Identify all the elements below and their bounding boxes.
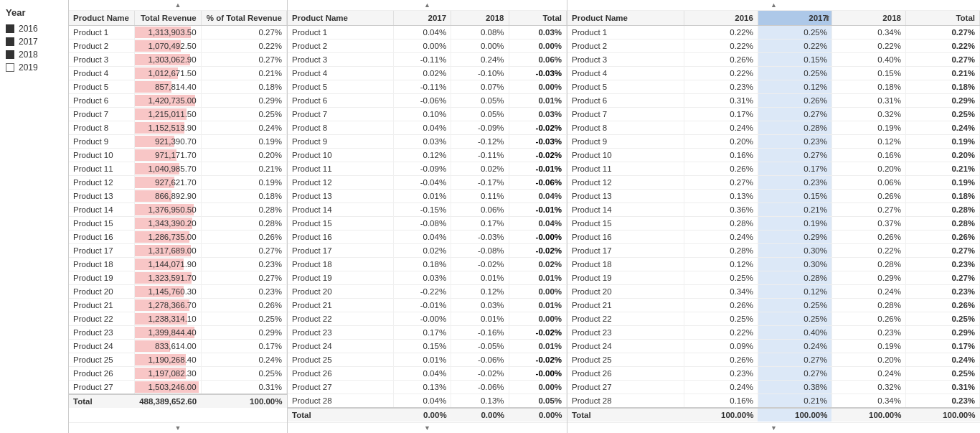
table3-value: 0.24% — [831, 367, 905, 381]
table3-row: Product 240.09%0.24%0.19%0.17% — [567, 340, 980, 353]
table1-product-name: Product 19 — [69, 271, 134, 285]
table3-value: 0.34% — [831, 394, 905, 409]
table2-scroll[interactable]: Product Name20172018TotalProduct 10.04%0… — [288, 11, 567, 422]
table3-value: 0.21% — [905, 162, 979, 176]
table3-value: 0.15% — [831, 67, 905, 80]
table2-up-arrow[interactable]: ▲ — [288, 0, 567, 11]
table1-product-name: Product 15 — [69, 217, 134, 231]
table2-total-value: -0.02% — [509, 244, 566, 258]
year-checkbox-2016[interactable] — [6, 24, 14, 33]
table1-footer-1: 488,389,652.60 — [134, 394, 201, 408]
table1-pct: 0.23% — [201, 285, 286, 299]
table3-value: 0.22% — [831, 244, 905, 258]
table3-row: Product 170.28%0.30%0.22%0.27% — [567, 244, 980, 258]
table2-year-value: 0.24% — [451, 53, 509, 67]
table2-row: Product 180.18%-0.02%0.02% — [288, 258, 567, 271]
table3-up-arrow[interactable]: ▲ — [567, 0, 980, 11]
table2-row: Product 5-0.11%0.07%0.00% — [288, 80, 567, 94]
table2-total-value: 0.01% — [509, 340, 566, 353]
table3-value: 0.12% — [758, 285, 831, 299]
table1-pct: 0.25% — [201, 108, 286, 121]
table3-header-2017[interactable]: 2017⬆ — [758, 11, 831, 26]
table1-pct: 0.21% — [201, 67, 286, 80]
table1-revenue: 1,144,071.90 — [134, 258, 201, 271]
year-filter-item-2019[interactable]: 2019 — [6, 62, 62, 73]
table3-value: 0.22% — [684, 39, 758, 53]
year-label-2018: 2018 — [19, 50, 38, 60]
table3-header-total[interactable]: Total — [905, 11, 979, 26]
table2-year-value: 0.18% — [393, 258, 451, 271]
table3-value: 0.40% — [758, 326, 831, 340]
table1-product-name: Product 18 — [69, 258, 134, 271]
table1-product-name: Product 3 — [69, 53, 134, 67]
table1-product-name: Product 11 — [69, 162, 134, 176]
table1-row: Product 11,313,903.500.27% — [69, 26, 287, 39]
table1-product-name: Product 13 — [69, 190, 134, 203]
table1-header-product-name[interactable]: Product Name — [69, 11, 134, 26]
table3-product-name: Product 14 — [567, 203, 684, 217]
table1-product-name: Product 16 — [69, 231, 134, 244]
table2-header-2017[interactable]: 2017 — [393, 11, 451, 26]
table1-revenue: 1,215,011.50 — [134, 108, 201, 121]
table1-panel: ▲ Product NameTotal Revenue% of Total Re… — [68, 0, 287, 433]
year-filter-item-2018[interactable]: 2018 — [6, 50, 62, 60]
table3-scroll[interactable]: Product Name20162017⬆2018TotalProduct 10… — [567, 11, 980, 422]
table2-row: Product 11-0.09%0.02%-0.01% — [288, 162, 567, 176]
table3-down-arrow[interactable]: ▼ — [567, 422, 980, 433]
table2-year-value: 0.03% — [451, 299, 509, 312]
table1-scroll[interactable]: Product NameTotal Revenue% of Total Reve… — [69, 11, 287, 422]
table3-header-2018[interactable]: 2018 — [831, 11, 905, 26]
year-checkbox-2018[interactable] — [6, 50, 14, 59]
table3-row: Product 220.25%0.25%0.26%0.25% — [567, 312, 980, 326]
table3-product-name: Product 10 — [567, 149, 684, 162]
table3-row: Product 10.22%0.25%0.34%0.27% — [567, 26, 980, 39]
table1-up-arrow[interactable]: ▲ — [69, 0, 287, 11]
table3-header-2016[interactable]: 2016 — [684, 11, 758, 26]
table2-product-name: Product 17 — [288, 244, 393, 258]
year-checkbox-2017[interactable] — [6, 37, 14, 46]
table3-row: Product 160.24%0.29%0.26%0.26% — [567, 231, 980, 244]
table2-footer-0: Total — [288, 408, 393, 422]
table2-product-name: Product 10 — [288, 149, 393, 162]
table3-value: 0.31% — [684, 94, 758, 108]
table1-header-%-of-total-revenue[interactable]: % of Total Revenue — [201, 11, 286, 26]
table2-header-total[interactable]: Total — [509, 11, 566, 26]
table2-header-product-name[interactable]: Product Name — [288, 11, 393, 26]
year-checkbox-2019[interactable] — [6, 63, 14, 72]
table2-product-name: Product 28 — [288, 394, 393, 409]
table2-year-value: -0.17% — [451, 176, 509, 190]
table1-down-arrow[interactable]: ▼ — [69, 422, 287, 433]
table3-header-product-name[interactable]: Product Name — [567, 11, 684, 26]
table3-footer-3: 100.00% — [831, 408, 905, 422]
table1-header-total-revenue[interactable]: Total Revenue — [134, 11, 201, 26]
table2-down-arrow[interactable]: ▼ — [288, 422, 567, 433]
table1-product-name: Product 24 — [69, 340, 134, 353]
table3-value: 0.12% — [831, 135, 905, 149]
table3-row: Product 120.27%0.23%0.06%0.19% — [567, 176, 980, 190]
table2-year-value: 0.02% — [393, 67, 451, 80]
table3-row: Product 70.17%0.27%0.32%0.25% — [567, 108, 980, 121]
table2-total-value: 0.00% — [509, 285, 566, 299]
table2-year-value: -0.16% — [451, 326, 509, 340]
table2-row: Product 22-0.00%0.01%0.00% — [288, 312, 567, 326]
year-filter-item-2016[interactable]: 2016 — [6, 24, 62, 34]
year-filter-title: Year — [6, 7, 62, 18]
table3-value: 0.28% — [684, 244, 758, 258]
table2-row: Product 15-0.08%0.17%0.04% — [288, 217, 567, 231]
table2-row: Product 70.10%0.05%0.03% — [288, 108, 567, 121]
table2-year-value: 0.04% — [393, 26, 451, 39]
table3-value: 0.25% — [758, 299, 831, 312]
table1-product-name: Product 21 — [69, 299, 134, 312]
main-container: Year 2016201720182019 ▲ Product NameTota… — [0, 0, 980, 433]
table3-value: 0.19% — [905, 176, 979, 190]
year-filter-item-2017[interactable]: 2017 — [6, 37, 62, 47]
table1-row: Product 12927,621.700.19% — [69, 176, 287, 190]
table2-header-2018[interactable]: 2018 — [451, 11, 509, 26]
table2-row: Product 90.03%-0.12%-0.03% — [288, 135, 567, 149]
table3-value: 0.12% — [758, 80, 831, 94]
table2-total-value: 0.00% — [509, 381, 566, 394]
table3-row: Product 130.13%0.15%0.26%0.18% — [567, 190, 980, 203]
table2-total-value: 0.03% — [509, 26, 566, 39]
table2-total-value: -0.00% — [509, 367, 566, 381]
table2-row: Product 190.03%0.01%0.01% — [288, 271, 567, 285]
